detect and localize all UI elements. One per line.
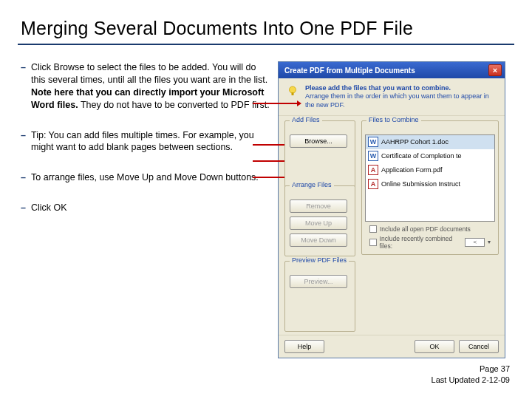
- bullet-dash: –: [21, 129, 31, 154]
- close-icon[interactable]: ×: [488, 64, 502, 76]
- file-name: Application Form.pdf: [381, 166, 443, 174]
- move-down-button[interactable]: Move Down: [290, 233, 347, 247]
- hint-row: Please add the files that you want to co…: [279, 78, 505, 116]
- group-files-to-combine: Files to Combine W AAHRPP Cohort 1.doc W…: [361, 120, 499, 255]
- remove-button[interactable]: Remove: [290, 200, 347, 213]
- bullet-dash: –: [21, 202, 31, 214]
- file-name: Certificate of Completion te: [381, 152, 462, 160]
- list-item[interactable]: A Online Submission Instruct: [366, 177, 494, 191]
- bullet-dash: –: [21, 61, 31, 112]
- file-name: Online Submission Instruct: [381, 180, 460, 188]
- group-label: Preview PDF Files: [290, 256, 349, 264]
- file-list[interactable]: W AAHRPP Cohort 1.doc W Certificate of C…: [365, 134, 495, 222]
- last-updated: Last Updated 2-12-09: [432, 375, 510, 386]
- hint-line1: Please add the files that you want to co…: [305, 84, 451, 92]
- bullet-post: They do not have to be converted to PDF …: [78, 100, 270, 110]
- checkbox-icon[interactable]: [369, 225, 377, 233]
- body-row: – Click Browse to select the files to be…: [21, 61, 511, 358]
- hint-text: Please add the files that you want to co…: [305, 84, 497, 109]
- group-preview: Preview PDF Files Preview...: [284, 261, 355, 332]
- option-include-open[interactable]: Include all open PDF documents: [369, 225, 491, 233]
- slide-page: Merging Several Documents Into One PDF F…: [0, 0, 532, 399]
- list-item[interactable]: W Certificate of Completion te: [366, 149, 494, 163]
- hint-line2: Arrange them in the order in which you w…: [305, 92, 489, 108]
- word-icon: W: [368, 137, 378, 147]
- bullet-text: Click Browse to select the files to be a…: [31, 61, 272, 112]
- cancel-button[interactable]: Cancel: [459, 340, 499, 353]
- screenshot-column: Create PDF from Multiple Documents × Ple…: [278, 61, 505, 358]
- dialog-window: Create PDF from Multiple Documents × Ple…: [278, 61, 505, 358]
- help-button[interactable]: Help: [284, 340, 324, 353]
- word-icon: W: [368, 151, 378, 161]
- ok-button[interactable]: OK: [415, 340, 454, 353]
- page-title: Merging Several Documents Into One PDF F…: [21, 18, 511, 39]
- group-label: Add Files: [290, 116, 322, 123]
- bullet-item: – To arrange files, use Move Up and Move…: [21, 171, 272, 184]
- option-label: Include all open PDF documents: [380, 225, 471, 233]
- panel-left-stack: Arrange Files Remove Move Up Move Down P…: [279, 185, 361, 335]
- move-up-button[interactable]: Move Up: [290, 216, 347, 230]
- file-name: AAHRPP Cohort 1.doc: [381, 138, 449, 146]
- page-footer: Page 37 Last Updated 2-12-09: [432, 364, 510, 386]
- pdf-icon: A: [368, 179, 378, 189]
- bullet-item: – Click Browse to select the files to be…: [21, 61, 272, 112]
- bullet-text: Click OK: [31, 202, 67, 214]
- browse-button[interactable]: Browse...: [290, 134, 347, 148]
- preview-button[interactable]: Preview...: [290, 275, 347, 288]
- recent-dropdown[interactable]: <: [465, 238, 485, 247]
- bullet-text: Tip: You can add files multiple times. F…: [31, 129, 272, 154]
- list-item[interactable]: W AAHRPP Cohort 1.doc: [366, 135, 494, 149]
- instruction-column: – Click Browse to select the files to be…: [21, 61, 272, 358]
- bullet-item: – Tip: You can add files multiple times.…: [21, 129, 272, 154]
- page-number: Page 37: [432, 364, 510, 375]
- option-include-recent[interactable]: Include recently combined files: < ▾: [369, 235, 491, 250]
- dialog-title: Create PDF from Multiple Documents: [284, 66, 415, 75]
- pdf-icon: A: [368, 165, 378, 175]
- group-label: Arrange Files: [290, 181, 334, 188]
- svg-point-0: [290, 86, 296, 93]
- title-rule: [18, 44, 514, 45]
- group-arrange-files: Arrange Files Remove Move Up Move Down: [284, 185, 355, 256]
- bullet-pre: Click Browse to select the files to be a…: [31, 62, 267, 85]
- svg-rect-1: [292, 92, 294, 95]
- bullet-text: To arrange files, use Move Up and Move D…: [31, 171, 259, 184]
- bullet-item: – Click OK: [21, 202, 272, 214]
- callout-arrow: [253, 103, 300, 104]
- checkbox-icon[interactable]: [369, 239, 377, 246]
- chevron-down-icon[interactable]: ▾: [488, 239, 491, 245]
- option-label: Include recently combined files:: [380, 235, 463, 250]
- bullet-list: – Click Browse to select the files to be…: [21, 61, 272, 214]
- dialog-titlebar[interactable]: Create PDF from Multiple Documents ×: [279, 62, 505, 78]
- bullet-dash: –: [21, 171, 31, 184]
- options-block: Include all open PDF documents Include r…: [365, 222, 495, 253]
- lightbulb-icon: [286, 84, 299, 98]
- list-item[interactable]: A Application Form.pdf: [366, 163, 494, 177]
- group-label: Files to Combine: [366, 116, 421, 123]
- dialog-footer: Help OK Cancel: [279, 335, 505, 358]
